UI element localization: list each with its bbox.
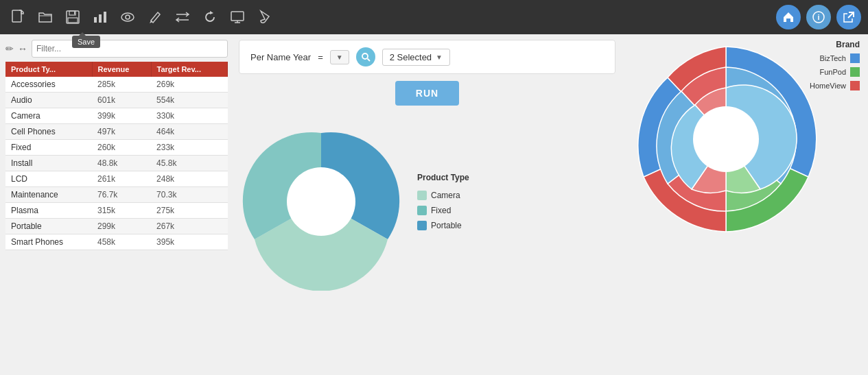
- svg-point-13: [362, 53, 368, 59]
- table-cell-3-0: Cell Phones: [5, 124, 92, 140]
- svg-line-14: [367, 59, 370, 62]
- selected-dropdown[interactable]: 2 Selected ▼: [382, 49, 450, 66]
- search-button[interactable]: [356, 47, 375, 66]
- table-cell-2-1: 399k: [92, 108, 151, 124]
- refresh-icon[interactable]: [199, 6, 221, 28]
- legend-label-portable: Portable: [431, 221, 462, 230]
- content-area: ✏ ↔ Product Ty... Revenue Target Rev... …: [0, 34, 868, 375]
- table-cell-9-2: 267k: [151, 219, 227, 234]
- selected-label: 2 Selected: [390, 52, 432, 62]
- table-cell-2-2: 330k: [151, 108, 227, 124]
- filter-row: ✏ ↔: [5, 40, 228, 58]
- open-folder-icon[interactable]: [34, 6, 56, 28]
- table-row: Smart Phones458k395k: [5, 234, 228, 250]
- svg-rect-7: [104, 12, 106, 23]
- table-row: Cell Phones497k464k: [5, 124, 228, 140]
- brand-legend: Brand BizTech FunPod HomeView: [810, 40, 860, 90]
- table-row: Install48.8k45.8k: [5, 156, 228, 171]
- toolbar: Save: [0, 0, 868, 34]
- eye-icon[interactable]: [117, 6, 139, 28]
- biztech-color: [850, 53, 860, 63]
- table-cell-6-2: 248k: [151, 171, 227, 187]
- table-cell-10-2: 395k: [151, 234, 227, 250]
- svg-rect-5: [94, 17, 97, 23]
- table-row: LCD261k248k: [5, 171, 228, 187]
- brand-legend-title: Brand: [836, 40, 860, 49]
- filter-dropdown-arrow: ▼: [336, 53, 343, 61]
- camera-color: [417, 191, 427, 200]
- legend-label-fixed: Fixed: [431, 206, 451, 215]
- table-cell-5-2: 45.8k: [151, 156, 227, 171]
- table-row: Portable299k267k: [5, 219, 228, 234]
- table-cell-5-0: Install: [5, 156, 92, 171]
- brand-label-funpod: FunPod: [819, 68, 846, 76]
- brand-item-homeview: HomeView: [810, 81, 860, 90]
- svg-rect-3: [68, 18, 78, 23]
- brand-item-biztech: BizTech: [819, 53, 860, 63]
- col-header-target[interactable]: Target Rev...: [151, 62, 227, 77]
- monitor-icon[interactable]: [226, 6, 248, 28]
- chart-icon[interactable]: [89, 6, 111, 28]
- funpod-color: [850, 67, 860, 77]
- table-cell-1-1: 601k: [92, 93, 151, 108]
- data-table: Product Ty... Revenue Target Rev... Acce…: [5, 62, 228, 250]
- left-panel: ✏ ↔ Product Ty... Revenue Target Rev... …: [0, 34, 233, 375]
- brand-item-funpod: FunPod: [819, 67, 860, 77]
- table-row: Accessories285k269k: [5, 77, 228, 93]
- sunburst-chart: [626, 40, 825, 239]
- table-cell-1-0: Audio: [5, 93, 92, 108]
- filter-dropdown[interactable]: ▼: [330, 50, 349, 64]
- pencil-icon[interactable]: [144, 6, 166, 28]
- filter-label: Per Name Year: [250, 52, 311, 62]
- table-row: Fixed260k233k: [5, 140, 228, 156]
- col-header-product[interactable]: Product Ty...: [5, 62, 92, 77]
- svg-point-9: [126, 15, 130, 19]
- svg-rect-4: [74, 12, 75, 14]
- table-cell-8-1: 315k: [92, 203, 151, 219]
- product-type-legend: Product Type Camera Fixed Portable: [417, 173, 469, 230]
- filter-input[interactable]: [32, 40, 228, 58]
- toolbar-right: i: [776, 5, 861, 29]
- table-cell-3-1: 497k: [92, 124, 151, 140]
- table-cell-9-1: 299k: [92, 219, 151, 234]
- right-panel: Brand BizTech FunPod HomeView: [621, 34, 868, 375]
- table-cell-1-2: 554k: [151, 93, 227, 108]
- table-cell-10-0: Smart Phones: [5, 234, 92, 250]
- svg-point-16: [693, 106, 759, 172]
- swap-icon[interactable]: [172, 6, 193, 28]
- svg-rect-6: [99, 14, 102, 23]
- save-tooltip: Save: [72, 36, 100, 48]
- save-icon[interactable]: [62, 6, 84, 28]
- brush-icon[interactable]: [254, 6, 276, 28]
- svg-rect-10: [231, 12, 244, 21]
- table-cell-8-0: Plasma: [5, 203, 92, 219]
- home-button[interactable]: [776, 5, 801, 29]
- table-cell-8-2: 275k: [151, 203, 227, 219]
- legend-item-camera: Camera: [417, 191, 469, 200]
- legend-item-fixed: Fixed: [417, 206, 469, 215]
- export-button[interactable]: [836, 5, 861, 29]
- svg-rect-0: [12, 10, 21, 22]
- table-cell-10-1: 458k: [92, 234, 151, 250]
- table-cell-4-2: 233k: [151, 140, 227, 156]
- col-header-revenue[interactable]: Revenue: [92, 62, 151, 77]
- table-cell-2-0: Camera: [5, 108, 92, 124]
- legend-item-portable: Portable: [417, 221, 469, 230]
- table-cell-0-1: 285k: [92, 77, 151, 93]
- table-cell-9-0: Portable: [5, 219, 92, 234]
- pencil-small-icon[interactable]: ✏: [5, 43, 14, 54]
- svg-point-15: [287, 167, 355, 236]
- table-cell-4-1: 260k: [92, 140, 151, 156]
- run-button[interactable]: RUN: [395, 81, 459, 106]
- table-cell-3-2: 464k: [151, 124, 227, 140]
- filter-bar: Per Name Year = ▼ 2 Selected ▼: [239, 40, 615, 74]
- center-panel: Per Name Year = ▼ 2 Selected ▼ RUN: [233, 34, 621, 375]
- portable-color: [417, 221, 427, 230]
- table-cell-0-2: 269k: [151, 77, 227, 93]
- arrow-small-icon[interactable]: ↔: [18, 43, 27, 54]
- table-cell-5-1: 48.8k: [92, 156, 151, 171]
- new-file-icon[interactable]: [7, 6, 29, 28]
- info-button[interactable]: i: [806, 5, 831, 29]
- table-cell-7-1: 76.7k: [92, 187, 151, 203]
- legend-label-camera: Camera: [431, 191, 460, 200]
